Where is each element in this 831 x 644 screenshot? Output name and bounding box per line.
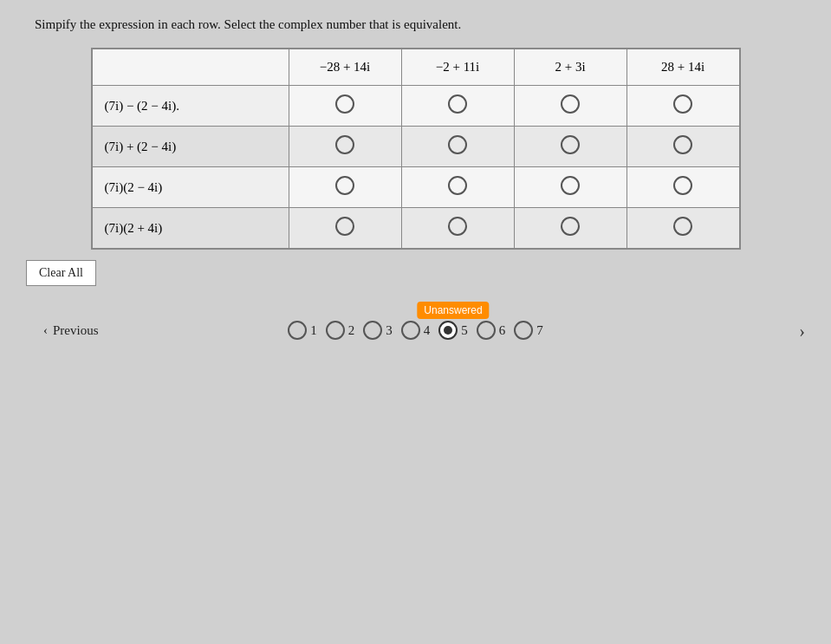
table-row: (7i) − (2 − 4i). — [92, 86, 739, 127]
page-radio-6[interactable]: 6 — [477, 321, 506, 340]
clear-all-button[interactable]: Clear All — [26, 260, 96, 286]
expression-table: −28 + 14i −2 + 11i 2 + 3i 28 + 14i (7i) … — [92, 49, 740, 249]
radio-r3-c1[interactable] — [335, 176, 354, 195]
chevron-left-icon: ‹ — [43, 323, 48, 338]
radio-r2-c2[interactable] — [448, 135, 467, 154]
page-number-4: 4 — [424, 323, 431, 338]
radio-r1-c3[interactable] — [561, 94, 580, 114]
table-row: (7i)(2 − 4i) — [92, 167, 739, 208]
radio-cell-r4-c3[interactable] — [514, 208, 626, 249]
row-label-3: (7i)(2 − 4i) — [92, 167, 289, 208]
col-header-1: −28 + 14i — [289, 49, 401, 86]
page-radio-5[interactable]: 5 — [438, 321, 468, 340]
radio-r1-c1[interactable] — [335, 94, 354, 114]
page-number-3: 3 — [386, 323, 393, 338]
page-number-5: 5 — [461, 323, 468, 338]
radio-r2-c3[interactable] — [561, 135, 580, 154]
radio-cell-r4-c4[interactable] — [626, 208, 739, 249]
radio-r4-c1[interactable] — [335, 217, 354, 236]
instruction-text: Simpify the expression in each row. Sele… — [35, 17, 461, 32]
page-radio-7[interactable]: 7 — [514, 321, 543, 340]
unanswered-badge: Unanswered — [417, 302, 489, 319]
page-number-6: 6 — [499, 323, 506, 338]
radio-r4-c2[interactable] — [448, 217, 467, 236]
page-radio-1[interactable]: 1 — [288, 321, 317, 340]
radio-r3-c4[interactable] — [673, 176, 692, 195]
radio-cell-r1-c3[interactable] — [514, 86, 626, 127]
expression-table-wrapper: −28 + 14i −2 + 11i 2 + 3i 28 + 14i (7i) … — [91, 48, 741, 250]
row-label-1: (7i) − (2 − 4i). — [92, 86, 289, 127]
chevron-right-icon[interactable]: › — [799, 322, 805, 342]
col-header-2: −2 + 11i — [401, 49, 514, 86]
page-circle-6[interactable] — [477, 321, 496, 340]
col-header-3: 2 + 3i — [514, 49, 626, 86]
radio-r4-c4[interactable] — [673, 217, 692, 236]
radio-cell-r2-c4[interactable] — [626, 127, 739, 167]
page-number-1: 1 — [310, 323, 317, 338]
col-header-4: 28 + 14i — [626, 49, 739, 86]
previous-button[interactable]: ‹ Previous — [43, 323, 99, 338]
radio-r2-c4[interactable] — [673, 135, 692, 154]
table-row: (7i) + (2 − 4i) — [92, 127, 739, 167]
previous-label: Previous — [53, 323, 99, 338]
radio-r3-c3[interactable] — [561, 176, 580, 195]
radio-cell-r3-c2[interactable] — [401, 167, 514, 208]
radio-cell-r2-c2[interactable] — [401, 127, 514, 167]
radio-r1-c2[interactable] — [448, 94, 467, 114]
page-circle-2[interactable] — [326, 321, 345, 340]
row-label-2: (7i) + (2 − 4i) — [92, 127, 289, 167]
radio-cell-r3-c3[interactable] — [514, 167, 626, 208]
page-radio-4[interactable]: 4 — [401, 321, 431, 340]
page-radio-2[interactable]: 2 — [326, 321, 355, 340]
main-content: Simpify the expression in each row. Sele… — [26, 17, 805, 340]
radio-cell-r2-c1[interactable] — [289, 127, 401, 167]
page-circle-7[interactable] — [514, 321, 533, 340]
radio-r3-c2[interactable] — [448, 176, 467, 195]
radio-cell-r4-c1[interactable] — [289, 208, 401, 249]
radio-cell-r1-c4[interactable] — [626, 86, 739, 127]
page-circle-5[interactable] — [438, 321, 458, 340]
bottom-navigation: ‹ Previous 1 2 3 4 Unanswered — [26, 321, 805, 340]
page-radio-3[interactable]: 3 — [363, 321, 393, 340]
page-5-wrapper: Unanswered 5 — [438, 321, 468, 340]
radio-cell-r2-c3[interactable] — [514, 127, 626, 167]
page-radio-group: 1 2 3 4 Unanswered 5 — [288, 321, 543, 340]
radio-cell-r1-c2[interactable] — [401, 86, 514, 127]
radio-cell-r1-c1[interactable] — [289, 86, 401, 127]
radio-cell-r3-c1[interactable] — [289, 167, 401, 208]
radio-r4-c3[interactable] — [561, 217, 580, 236]
radio-cell-r3-c4[interactable] — [626, 167, 739, 208]
page-number-7: 7 — [536, 323, 543, 338]
radio-r1-c4[interactable] — [673, 94, 692, 114]
page-number-2: 2 — [348, 323, 355, 338]
page-circle-3[interactable] — [363, 321, 382, 340]
radio-cell-r4-c2[interactable] — [401, 208, 514, 249]
page-circle-1[interactable] — [288, 321, 307, 340]
table-row: (7i)(2 + 4i) — [92, 208, 739, 249]
radio-r2-c1[interactable] — [335, 135, 354, 154]
page-circle-4[interactable] — [401, 321, 420, 340]
row-label-4: (7i)(2 + 4i) — [92, 208, 289, 249]
col-header-0 — [92, 49, 289, 86]
